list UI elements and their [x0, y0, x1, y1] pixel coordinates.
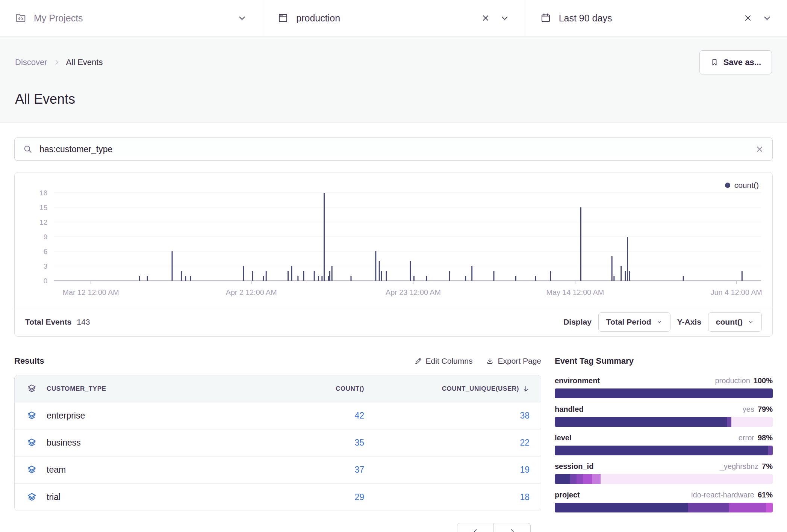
save-as-button[interactable]: Save as...	[699, 50, 772, 74]
count-unique-cell[interactable]: 38	[520, 411, 530, 421]
breadcrumb-chevron-icon	[53, 59, 60, 66]
yaxis-dropdown-value: count()	[716, 317, 743, 326]
tag-name: level	[555, 434, 571, 442]
count-cell[interactable]: 37	[354, 465, 364, 475]
tag-bar-segment	[768, 446, 773, 455]
tag-distribution-bar[interactable]	[555, 446, 773, 455]
svg-text:Mar 12 12:00 AM: Mar 12 12:00 AM	[63, 288, 119, 296]
yaxis-label: Y-Axis	[677, 317, 701, 326]
count-unique-cell[interactable]: 19	[520, 465, 530, 475]
tag-top-value: _yeghrsbnz	[720, 462, 758, 471]
svg-text:Jun 4 12:00 AM: Jun 4 12:00 AM	[711, 288, 762, 296]
count-unique-cell[interactable]: 22	[520, 438, 530, 448]
export-page-button[interactable]: Export Page	[486, 357, 541, 366]
total-events-label: Total Events	[25, 317, 71, 326]
tag-group-handled: handled yes 79%	[555, 405, 773, 427]
window-icon	[277, 12, 289, 24]
chevron-down-icon[interactable]	[500, 13, 510, 23]
tag-bar-segment	[555, 474, 570, 484]
close-icon[interactable]	[481, 14, 490, 23]
yaxis-dropdown[interactable]: count()	[708, 312, 762, 332]
projects-folder-icon	[15, 12, 26, 24]
breadcrumb-discover-link[interactable]: Discover	[15, 57, 47, 67]
table-header-row: CUSTOMER_TYPE COUNT() COUNT_UNIQUE(USER)	[15, 375, 541, 402]
tag-bar-segment	[577, 474, 583, 484]
tag-bar-segment	[766, 503, 773, 512]
legend-series-label: count()	[734, 181, 759, 190]
pagination	[14, 523, 541, 532]
tag-percent: 61%	[758, 491, 773, 499]
tag-percent: 100%	[754, 376, 773, 385]
svg-text:18: 18	[39, 189, 47, 197]
sort-desc-arrow-icon	[522, 385, 530, 393]
count-cell[interactable]: 29	[354, 492, 364, 502]
edit-columns-button[interactable]: Edit Columns	[414, 357, 473, 366]
tag-percent: 98%	[758, 434, 773, 442]
column-header-customer-type[interactable]: CUSTOMER_TYPE	[47, 385, 106, 393]
search-input[interactable]	[39, 144, 748, 154]
environment-selector-label: production	[296, 13, 340, 24]
column-header-count-unique-user[interactable]: COUNT_UNIQUE(USER)	[442, 385, 519, 393]
svg-text:9: 9	[44, 233, 47, 241]
svg-text:3: 3	[44, 262, 47, 270]
layers-icon	[27, 411, 37, 421]
environment-selector[interactable]: production	[262, 0, 524, 36]
events-chart[interactable]: count() 0369121518Mar 12 12:00 AMApr 2 1…	[15, 172, 772, 307]
edit-columns-label: Edit Columns	[426, 357, 473, 366]
chart-legend: count()	[725, 181, 759, 190]
calendar-icon	[540, 12, 551, 24]
daterange-selector[interactable]: Last 90 days	[525, 0, 787, 36]
layers-icon	[27, 492, 37, 502]
count-cell[interactable]: 35	[354, 438, 364, 448]
tag-distribution-bar[interactable]	[555, 474, 773, 484]
count-cell[interactable]: 42	[354, 411, 364, 421]
column-header-count[interactable]: COUNT()	[336, 385, 364, 393]
main-content: count() 0369121518Mar 12 12:00 AMApr 2 1…	[0, 138, 787, 532]
display-dropdown-value: Total Period	[606, 317, 651, 326]
pagination-next-button[interactable]	[494, 523, 531, 532]
customer-type-cell: business	[47, 438, 81, 448]
results-panel: Results Edit Columns Export Page	[14, 352, 541, 532]
tag-distribution-bar[interactable]	[555, 388, 773, 398]
table-row: team 37 19	[15, 456, 541, 484]
pagination-previous-button[interactable]	[457, 523, 494, 532]
display-dropdown[interactable]: Total Period	[598, 312, 670, 332]
chevron-down-icon	[656, 319, 663, 325]
events-chart-card: count() 0369121518Mar 12 12:00 AMApr 2 1…	[14, 172, 773, 337]
chevron-down-icon[interactable]	[237, 13, 247, 23]
legend-series-dot	[725, 183, 730, 188]
clear-search-icon[interactable]	[755, 145, 764, 154]
project-selector-label: My Projects	[34, 13, 83, 24]
svg-text:Apr 2 12:00 AM: Apr 2 12:00 AM	[226, 288, 277, 296]
chart-canvas: 0369121518Mar 12 12:00 AMApr 2 12:00 AMA…	[23, 178, 764, 306]
tag-bar-segment	[555, 503, 688, 512]
tag-bar-segment	[555, 446, 768, 455]
close-icon[interactable]	[743, 14, 752, 23]
tag-bar-segment	[555, 388, 773, 398]
total-events-value: 143	[77, 317, 90, 326]
daterange-selector-label: Last 90 days	[559, 13, 612, 24]
download-icon	[486, 357, 494, 365]
tag-top-value: yes	[743, 405, 754, 414]
count-unique-cell[interactable]: 18	[520, 492, 530, 502]
search-bar[interactable]	[14, 138, 773, 161]
tag-bar-segment	[727, 417, 731, 427]
tag-top-value: error	[739, 434, 754, 442]
breadcrumb: Discover All Events	[15, 57, 103, 67]
customer-type-cell: enterprise	[47, 411, 85, 421]
tag-name: project	[555, 491, 580, 499]
tag-distribution-bar[interactable]	[555, 503, 773, 512]
page-header: Discover All Events Save as... All Event…	[0, 36, 787, 122]
tag-bar-segment	[729, 503, 766, 512]
customer-type-cell: team	[47, 465, 66, 475]
tag-distribution-bar[interactable]	[555, 417, 773, 427]
chart-footer: Total Events 143 Display Total Period Y-…	[15, 307, 772, 336]
chevron-down-icon[interactable]	[762, 13, 772, 23]
tag-group-session-id: session_id _yeghrsbnz 7%	[555, 462, 773, 484]
table-row: business 35 22	[15, 429, 541, 456]
tag-group-level: level error 98%	[555, 434, 773, 455]
project-selector[interactable]: My Projects	[0, 0, 262, 36]
tag-top-value: production	[715, 376, 750, 385]
tag-bar-segment	[592, 474, 601, 484]
svg-text:12: 12	[39, 218, 47, 226]
